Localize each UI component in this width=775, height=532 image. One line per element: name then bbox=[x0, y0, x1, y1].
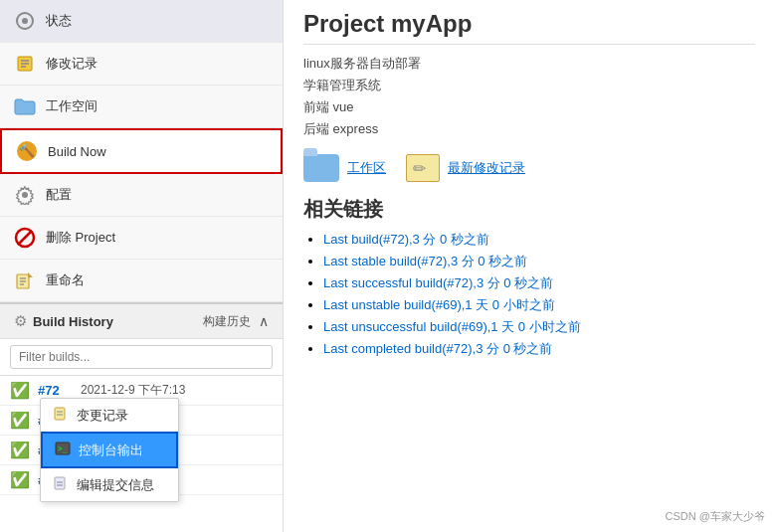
status-icon bbox=[14, 10, 36, 32]
build-history-header: ⚙ Build History 构建历史 ∧ bbox=[0, 302, 283, 339]
dropdown-more-label: 编辑提交信息 bbox=[77, 476, 154, 494]
related-link-1[interactable]: Last stable build(#72),3 分 0 秒之前 bbox=[323, 254, 527, 268]
dropdown-item-more[interactable]: 编辑提交信息 bbox=[41, 468, 178, 501]
changelog-edit-icon bbox=[406, 154, 440, 182]
svg-text:🔨: 🔨 bbox=[19, 142, 36, 159]
meta-line-4: 后端 express bbox=[303, 118, 755, 140]
build-status-icon-70: ✅ bbox=[10, 441, 30, 459]
related-link-item-3[interactable]: Last unstable build(#69),1 天 0 小时之前 bbox=[323, 296, 755, 314]
rename-icon bbox=[14, 269, 36, 291]
dropdown-edit-icon bbox=[53, 406, 69, 425]
related-link-2[interactable]: Last successful build(#72),3 分 0 秒之前 bbox=[323, 275, 553, 290]
project-links-section: 工作区 最新修改记录 bbox=[303, 154, 755, 182]
svg-point-8 bbox=[22, 192, 28, 198]
related-link-item-4[interactable]: Last unsuccessful build(#69),1 天 0 小时之前 bbox=[323, 318, 755, 336]
build-status-icon-69: ✅ bbox=[10, 470, 30, 489]
sidebar: 状态 修改记录 工作空间 🔨 Build No bbox=[0, 0, 284, 532]
delete-icon bbox=[14, 227, 36, 249]
sidebar-item-workspace[interactable]: 工作空间 bbox=[0, 86, 283, 128]
watermark: CSDN @车家大少爷 bbox=[666, 509, 765, 524]
meta-line-1: linux服务器自动部署 bbox=[303, 53, 755, 75]
related-link-item-2[interactable]: Last successful build(#72),3 分 0 秒之前 bbox=[323, 274, 755, 292]
dropdown-item-changelog[interactable]: 变更记录 bbox=[41, 399, 178, 432]
sidebar-item-status[interactable]: 状态 bbox=[0, 0, 283, 43]
build-link-72[interactable]: #72 bbox=[38, 383, 73, 398]
changelog-link-text: 最新修改记录 bbox=[448, 159, 525, 177]
related-link-item-5[interactable]: Last completed build(#72),3 分 0 秒之前 bbox=[323, 340, 755, 358]
build-date-72: 2021-12-9 下午7:13 bbox=[81, 382, 185, 399]
gear-icon bbox=[14, 184, 36, 206]
build-history-chinese-label: 构建历史 bbox=[203, 313, 251, 330]
workspace-folder-icon bbox=[303, 154, 339, 182]
svg-point-1 bbox=[22, 18, 28, 24]
sidebar-item-config-label: 配置 bbox=[46, 186, 72, 204]
related-links-list: Last build(#72),3 分 0 秒之前 Last stable bu… bbox=[303, 231, 755, 358]
related-link-item-0[interactable]: Last build(#72),3 分 0 秒之前 bbox=[323, 231, 755, 249]
sidebar-item-rename-label: 重命名 bbox=[46, 271, 85, 289]
build-now-icon: 🔨 bbox=[16, 140, 38, 162]
filter-builds-input[interactable] bbox=[10, 345, 273, 369]
svg-line-10 bbox=[18, 231, 32, 245]
meta-line-3: 前端 vue bbox=[303, 96, 755, 118]
build-history-chevron-icon[interactable]: ∧ bbox=[259, 313, 269, 329]
svg-text:>_: >_ bbox=[58, 444, 68, 453]
related-link-4[interactable]: Last unsuccessful build(#69),1 天 0 小时之前 bbox=[323, 319, 581, 334]
sidebar-item-rename[interactable]: 重命名 bbox=[0, 260, 283, 302]
build-rows: ✅ #72 2021-12-9 下午7:13 变更记录 bbox=[0, 376, 283, 532]
project-meta: linux服务器自动部署 学籍管理系统 前端 vue 后端 express bbox=[303, 53, 755, 140]
sidebar-item-changelog[interactable]: 修改记录 bbox=[0, 43, 283, 86]
build-row-72[interactable]: ✅ #72 2021-12-9 下午7:13 变更记录 bbox=[0, 376, 283, 406]
related-link-0[interactable]: Last build(#72),3 分 0 秒之前 bbox=[323, 232, 489, 247]
sidebar-item-config[interactable]: 配置 bbox=[0, 174, 283, 217]
changelog-link-item[interactable]: 最新修改记录 bbox=[406, 154, 525, 182]
related-links-section: 相关链接 Last build(#72),3 分 0 秒之前 Last stab… bbox=[303, 196, 755, 358]
main-content: Project myApp linux服务器自动部署 学籍管理系统 前端 vue… bbox=[284, 0, 775, 532]
dropdown-changelog-label: 变更记录 bbox=[77, 407, 128, 425]
sidebar-item-workspace-label: 工作空间 bbox=[46, 97, 97, 115]
meta-line-2: 学籍管理系统 bbox=[303, 75, 755, 96]
folder-icon bbox=[14, 95, 36, 117]
build-dropdown-popup: 变更记录 >_ 控制台输出 bbox=[40, 398, 179, 502]
sidebar-item-build-now-label: Build Now bbox=[48, 144, 106, 159]
sidebar-item-delete-label: 删除 Project bbox=[46, 229, 115, 247]
build-history-gear-icon: ⚙ bbox=[14, 312, 27, 330]
sidebar-item-status-label: 状态 bbox=[46, 12, 72, 30]
dropdown-console-icon: >_ bbox=[55, 441, 71, 459]
workspace-link-item[interactable]: 工作区 bbox=[303, 154, 386, 182]
svg-rect-20 bbox=[55, 477, 65, 489]
dropdown-info-icon bbox=[53, 475, 69, 494]
sidebar-item-delete[interactable]: 删除 Project bbox=[0, 217, 283, 260]
related-links-title: 相关链接 bbox=[303, 196, 755, 223]
project-title: Project myApp bbox=[303, 10, 755, 45]
dropdown-item-console[interactable]: >_ 控制台输出 bbox=[41, 432, 178, 468]
sidebar-item-build-now[interactable]: 🔨 Build Now bbox=[0, 128, 283, 174]
sidebar-item-changelog-label: 修改记录 bbox=[46, 55, 97, 73]
build-status-icon-72: ✅ bbox=[10, 381, 30, 400]
build-history-label: Build History bbox=[33, 314, 203, 329]
related-link-5[interactable]: Last completed build(#72),3 分 0 秒之前 bbox=[323, 341, 553, 356]
edit-icon bbox=[14, 53, 36, 75]
filter-builds-container bbox=[0, 339, 283, 376]
dropdown-console-label: 控制台输出 bbox=[79, 442, 143, 459]
related-link-item-1[interactable]: Last stable build(#72),3 分 0 秒之前 bbox=[323, 253, 755, 270]
related-link-3[interactable]: Last unstable build(#69),1 天 0 小时之前 bbox=[323, 297, 555, 312]
svg-rect-15 bbox=[55, 408, 65, 420]
build-status-icon-71: ✅ bbox=[10, 411, 30, 430]
workspace-link-text: 工作区 bbox=[347, 159, 386, 177]
